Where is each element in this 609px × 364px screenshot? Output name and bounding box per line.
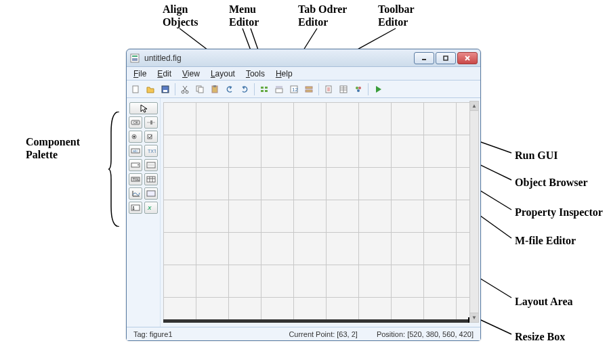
svg-rect-31: [261, 90, 264, 92]
svg-rect-13: [132, 58, 138, 61]
svg-rect-66: [147, 177, 155, 182]
svg-rect-32: [265, 90, 268, 92]
checkbox-icon[interactable]: [144, 131, 158, 143]
svg-rect-37: [306, 87, 312, 89]
guide-window: untitled.fig File Edit View Layout Tools…: [126, 49, 481, 341]
callout-run-gui: Run GUI: [515, 149, 558, 162]
status-cp-label: Current Point:: [289, 330, 337, 338]
callout-toolbar-editor: Toolbar Editor: [378, 3, 415, 28]
listbox-icon[interactable]: [144, 159, 158, 171]
paste-icon[interactable]: [208, 83, 222, 96]
callout-menu-editor: Menu Editor: [229, 3, 259, 28]
button-group-icon[interactable]: [129, 202, 142, 214]
window-title: untitled.fig: [144, 53, 414, 63]
status-tag: Tag: figure1: [131, 330, 175, 338]
svg-text:TXT: TXT: [148, 149, 156, 154]
callout-resize-box: Resize Box: [515, 330, 565, 343]
undo-icon[interactable]: [223, 83, 236, 96]
tab-order-editor-icon[interactable]: 12: [287, 83, 301, 96]
property-inspector-icon[interactable]: [337, 83, 350, 96]
menu-layout[interactable]: Layout: [205, 68, 240, 80]
svg-rect-29: [261, 87, 264, 89]
svg-rect-18: [133, 86, 138, 93]
svg-rect-28: [213, 85, 216, 87]
menu-edit[interactable]: Edit: [152, 68, 177, 80]
brace-icon: [108, 112, 121, 227]
select-tool[interactable]: [129, 102, 158, 114]
static-text-icon[interactable]: TXT: [144, 145, 158, 157]
minimize-button[interactable]: [414, 52, 434, 64]
callout-property-inspector: Property Inspector: [515, 206, 603, 219]
edit-text-icon[interactable]: ab|: [129, 145, 142, 157]
object-browser-icon[interactable]: [352, 83, 365, 96]
app-icon: [129, 53, 140, 64]
save-icon[interactable]: [159, 83, 172, 96]
push-button-icon[interactable]: OK: [129, 116, 142, 129]
svg-text:12: 12: [292, 87, 298, 93]
menu-editor-icon[interactable]: [272, 83, 286, 96]
svg-text:ab|: ab|: [133, 149, 138, 153]
component-palette: OK ab| TXT TGL: [127, 98, 161, 327]
vertical-scrollbar[interactable]: ▲ ▼: [469, 101, 479, 323]
titlebar[interactable]: untitled.fig: [127, 49, 480, 67]
svg-point-55: [133, 136, 135, 138]
slider-icon[interactable]: [144, 116, 158, 129]
status-tag-value: figure1: [150, 330, 173, 338]
align-objects-icon[interactable]: [257, 83, 271, 96]
svg-text:OK: OK: [133, 120, 139, 124]
popup-menu-icon[interactable]: [129, 159, 142, 171]
callout-tab-order-editor: Tab Odrer Editor: [298, 3, 347, 28]
callout-component-palette: Component Palette: [26, 135, 80, 161]
callout-layout-area: Layout Area: [515, 295, 572, 308]
svg-rect-34: [276, 89, 282, 93]
callout-align-objects: Align Objects: [163, 3, 198, 28]
resize-frame-bottom[interactable]: [163, 319, 474, 323]
activex-icon[interactable]: X: [144, 202, 158, 214]
svg-rect-38: [306, 90, 312, 92]
callout-mfile-editor: M-file Editor: [515, 234, 576, 247]
svg-point-74: [133, 206, 134, 208]
table-icon[interactable]: [144, 173, 158, 185]
workspace: OK ab| TXT TGL: [127, 98, 480, 327]
menu-view[interactable]: View: [177, 68, 205, 80]
axes-icon[interactable]: [129, 187, 142, 200]
scroll-up-icon[interactable]: ▲: [470, 101, 478, 111]
svg-rect-72: [147, 191, 155, 196]
maximize-button[interactable]: [436, 52, 456, 64]
status-current-point: Current Point: [63, 2]: [286, 330, 360, 338]
status-cp-value: [63, 2]: [337, 330, 358, 338]
status-pos-value: [520, 380, 560, 420]: [407, 330, 474, 338]
layout-area[interactable]: [163, 102, 474, 323]
status-tag-label: Tag:: [133, 330, 150, 338]
svg-point-47: [356, 87, 358, 89]
svg-rect-12: [132, 55, 138, 57]
status-position: Position: [520, 380, 560, 420]: [374, 330, 476, 338]
toggle-button-icon[interactable]: TGL: [129, 173, 142, 185]
run-icon[interactable]: [371, 83, 385, 96]
menubar: File Edit View Layout Tools Help: [127, 67, 480, 81]
copy-icon[interactable]: [193, 83, 207, 96]
menu-file[interactable]: File: [128, 68, 152, 80]
mfile-editor-icon[interactable]: [322, 83, 335, 96]
close-button[interactable]: [457, 52, 478, 64]
svg-point-48: [358, 87, 361, 89]
svg-rect-33: [276, 86, 282, 88]
svg-rect-15: [444, 56, 448, 60]
cut-icon[interactable]: [178, 83, 192, 96]
redo-icon[interactable]: [238, 83, 251, 96]
svg-text:TGL: TGL: [133, 177, 140, 181]
svg-rect-26: [198, 87, 203, 93]
toolbar-editor-icon[interactable]: [302, 83, 316, 96]
menu-help[interactable]: Help: [270, 68, 298, 80]
menu-tools[interactable]: Tools: [240, 68, 270, 80]
new-blank-icon[interactable]: [129, 83, 142, 96]
svg-rect-53: [150, 120, 152, 124]
radio-button-icon[interactable]: [129, 131, 142, 143]
panel-icon[interactable]: [144, 187, 158, 200]
status-pos-label: Position:: [377, 330, 407, 338]
toolbar: 12: [127, 81, 480, 98]
callout-object-browser: Object Browser: [515, 176, 588, 189]
open-icon[interactable]: [144, 83, 157, 96]
svg-rect-20: [163, 90, 167, 92]
scroll-down-icon[interactable]: ▼: [470, 313, 478, 322]
